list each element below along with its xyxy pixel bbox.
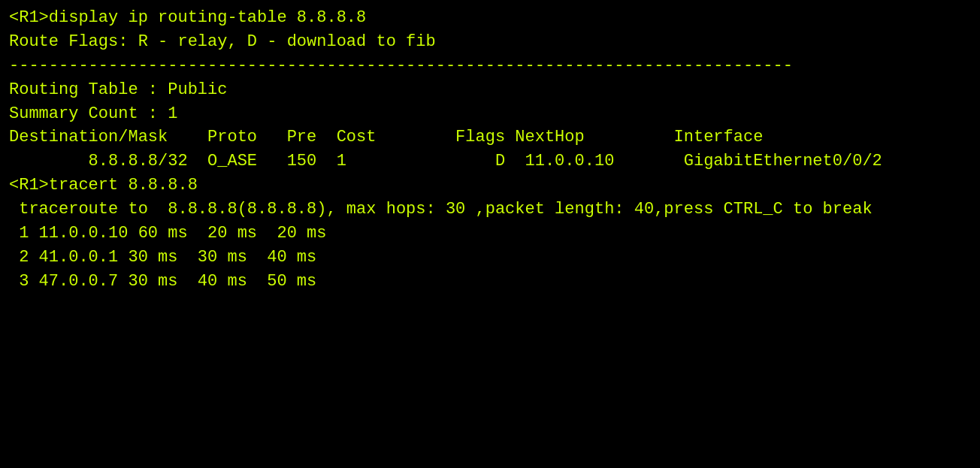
terminal-line: Routing Table : Public [9,78,971,102]
terminal-line: <R1>tracert 8.8.8.8 [9,174,971,198]
terminal-line: 3 47.0.0.7 30 ms 40 ms 50 ms [9,270,971,294]
terminal-line: 2 41.0.0.1 30 ms 30 ms 40 ms [9,246,971,270]
terminal-line: Summary Count : 1 [9,102,971,126]
terminal-line: traceroute to 8.8.8.8(8.8.8.8), max hops… [9,198,971,222]
terminal-line: Destination/Mask Proto Pre Cost Flags Ne… [9,125,971,149]
terminal-line: 8.8.8.8/32 O_ASE 150 1 D 11.0.0.10 Gigab… [9,149,971,174]
terminal-line: <R1>display ip routing-table 8.8.8.8 [9,6,971,30]
terminal-output: <R1>display ip routing-table 8.8.8.8Rout… [9,6,971,294]
terminal-line: Route Flags: R - relay, D - download to … [9,30,971,54]
terminal-line: 1 11.0.0.10 60 ms 20 ms 20 ms [9,222,971,246]
terminal-line: ----------------------------------------… [9,54,971,78]
